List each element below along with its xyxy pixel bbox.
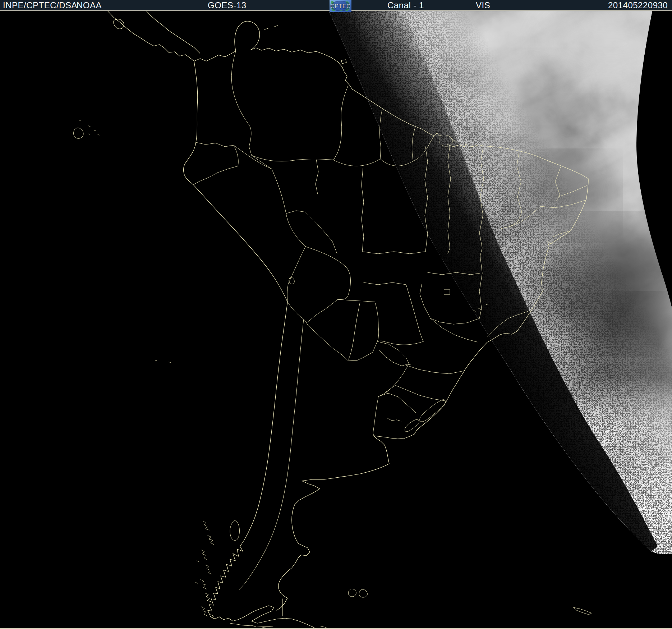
cptec-logo: CPTEC	[330, 0, 351, 12]
timestamp-label: 201405220930	[608, 0, 668, 10]
agency-label: INPE/CPTEC/DSA	[3, 0, 77, 10]
satellite-image	[0, 0, 672, 629]
channel-label: Canal - 1	[387, 0, 424, 10]
bottom-border-line	[0, 628, 672, 629]
band-label: VIS	[476, 0, 490, 10]
logo-text: CPTEC	[330, 3, 351, 9]
satellite-product-window: INPE/CPTEC/DSA NOAA GOES-13 Canal - 1 VI…	[0, 0, 672, 629]
satellite-label: GOES-13	[208, 0, 247, 10]
noaa-label: NOAA	[77, 0, 102, 10]
